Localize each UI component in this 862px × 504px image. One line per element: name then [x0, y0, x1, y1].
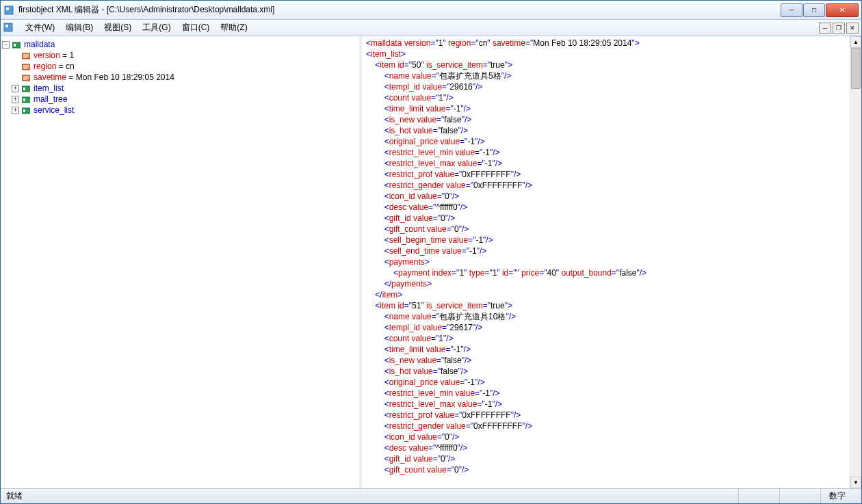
mdi-close-button[interactable]: ✕	[846, 23, 859, 34]
status-cell-1	[738, 489, 779, 503]
xml-line[interactable]: <desc value="^ffffff0"/>	[366, 202, 846, 213]
scroll-up-button[interactable]: ▲	[850, 36, 861, 48]
status-num: 数字	[820, 489, 861, 503]
tree-attr[interactable]: region = cn	[2, 61, 358, 72]
xml-line[interactable]: <original_price value="-1"/>	[366, 136, 846, 147]
xml-line[interactable]: <templ_id value="29616"/>	[366, 81, 846, 92]
xml-line[interactable]: <payments>	[366, 256, 846, 267]
xml-line[interactable]: <restrict_gender value="0xFFFFFFFF"/>	[366, 180, 846, 191]
tree-attr[interactable]: savetime = Mon Feb 10 18:29:05 2014	[2, 72, 358, 83]
xml-line[interactable]: <malldata version="1" region="cn" saveti…	[366, 38, 846, 49]
xml-line[interactable]: <gift_id value="0"/>	[366, 453, 846, 464]
expand-icon[interactable]: +	[12, 107, 19, 114]
mdi-minimize-button[interactable]: ─	[819, 23, 831, 34]
status-ready: 就绪	[1, 490, 738, 502]
xml-line[interactable]: <templ_id value="29617"/>	[366, 322, 846, 333]
mdi-restore-button[interactable]: ❐	[833, 23, 845, 34]
xml-line[interactable]: <item id="50" is_service_item="true">	[366, 59, 846, 70]
scroll-track[interactable]	[850, 48, 861, 477]
vertical-scrollbar[interactable]: ▲ ▼	[850, 36, 861, 488]
svg-rect-23	[23, 109, 25, 112]
xml-line[interactable]: <is_new value="false"/>	[366, 114, 846, 125]
xml-line[interactable]: <gift_id value="0"/>	[366, 213, 846, 224]
content-area: -malldataversion = 1region = cnsavetime …	[1, 36, 861, 488]
xml-line[interactable]: <item id="51" is_service_item="true">	[366, 300, 846, 311]
statusbar: 就绪 数字	[1, 488, 861, 503]
xml-line[interactable]: <gift_count value="0"/>	[366, 224, 846, 235]
attribute-icon	[21, 50, 31, 61]
tree-attr[interactable]: version = 1	[2, 50, 358, 61]
collapse-icon[interactable]: -	[2, 41, 10, 49]
xml-line[interactable]: <item_list>	[366, 49, 846, 59]
xml-line[interactable]: <name value="包裹扩充道具5格"/>	[366, 70, 846, 81]
window-title: firstobject XML 编辑器 - [C:\Users\Administ…	[18, 4, 780, 16]
expand-icon[interactable]: +	[12, 85, 19, 92]
xml-line[interactable]: <is_hot value="false"/>	[366, 366, 846, 377]
svg-rect-1	[6, 8, 9, 10]
xml-line[interactable]: <original_price value="-1"/>	[366, 377, 846, 388]
menu-help[interactable]: 帮助(Z)	[215, 20, 252, 36]
svg-rect-18	[22, 86, 30, 92]
xml-line[interactable]: <icon_id value="0"/>	[366, 432, 846, 442]
menu-window[interactable]: 窗口(C)	[177, 20, 216, 36]
doc-icon	[3, 23, 14, 34]
xml-line[interactable]: <is_hot value="false"/>	[366, 125, 846, 136]
xml-line[interactable]: <restrict_prof value="0xFFFFFFFF"/>	[366, 410, 846, 421]
element-icon	[12, 39, 21, 50]
svg-rect-19	[23, 88, 25, 90]
xml-line[interactable]: <desc value="^ffffff0"/>	[366, 442, 846, 453]
xml-line[interactable]: <restrict_level_min value="-1"/>	[366, 147, 846, 158]
menu-edit[interactable]: 编辑(B)	[60, 20, 99, 36]
tree-child[interactable]: +item_list	[2, 83, 358, 94]
svg-rect-21	[23, 98, 25, 101]
xml-line[interactable]: <icon_id value="0"/>	[366, 191, 846, 202]
minimize-button[interactable]: ─	[781, 3, 802, 17]
maximize-button[interactable]: □	[803, 3, 825, 17]
xml-line[interactable]: <restrict_level_max value="-1"/>	[366, 158, 846, 169]
xml-line[interactable]: <count value="1"/>	[366, 333, 846, 344]
menu-view[interactable]: 视图(S)	[99, 20, 137, 36]
expand-icon[interactable]: +	[12, 96, 19, 103]
svg-rect-3	[5, 25, 8, 27]
xml-line[interactable]: <time_limit value="-1"/>	[366, 103, 846, 114]
xml-line[interactable]: <restrict_gender value="0xFFFFFFFF"/>	[366, 421, 846, 432]
close-button[interactable]: ✕	[826, 3, 859, 17]
titlebar[interactable]: firstobject XML 编辑器 - [C:\Users\Administ…	[1, 1, 861, 20]
svg-rect-22	[22, 108, 30, 114]
xml-line[interactable]: </item>	[366, 289, 846, 300]
xml-source-panel[interactable]: <malldata version="1" region="cn" saveti…	[362, 36, 850, 488]
xml-line[interactable]: <is_new value="false"/>	[366, 355, 846, 366]
menubar: 文件(W) 编辑(B) 视图(S) 工具(G) 窗口(C) 帮助(Z) ─ ❐ …	[1, 20, 861, 36]
tree-child[interactable]: +mall_tree	[2, 94, 358, 105]
mdi-controls: ─ ❐ ✕	[818, 23, 859, 34]
svg-rect-20	[22, 97, 30, 103]
xml-line[interactable]: <payment index="1" type="1" id="" price=…	[366, 267, 846, 278]
xml-line[interactable]: <sell_end_time value="-1"/>	[366, 246, 846, 256]
xml-line[interactable]: <restrict_prof value="0xFFFFFFFF"/>	[366, 169, 846, 180]
app-icon	[3, 5, 14, 16]
element-icon	[21, 94, 31, 105]
attribute-icon	[21, 61, 31, 72]
xml-line[interactable]: <restrict_level_max value="-1"/>	[366, 399, 846, 410]
scroll-thumb[interactable]	[851, 48, 861, 89]
svg-rect-4	[12, 42, 21, 48]
tree-root[interactable]: -malldata	[2, 39, 358, 50]
scroll-down-button[interactable]: ▼	[850, 477, 861, 488]
xml-line[interactable]: <restrict_level_min value="-1"/>	[366, 388, 846, 399]
menu-tools[interactable]: 工具(G)	[137, 20, 176, 36]
xml-line[interactable]: <gift_count value="0"/>	[366, 464, 846, 475]
xml-line[interactable]: </payments>	[366, 278, 846, 289]
svg-rect-5	[14, 44, 16, 47]
xml-line[interactable]: <count value="1"/>	[366, 92, 846, 103]
menu-file[interactable]: 文件(W)	[20, 20, 60, 36]
tree-child[interactable]: +service_list	[2, 105, 358, 116]
tree-panel[interactable]: -malldataversion = 1region = cnsavetime …	[1, 36, 362, 488]
window-controls: ─ □ ✕	[780, 3, 859, 17]
app-window: firstobject XML 编辑器 - [C:\Users\Administ…	[0, 0, 862, 504]
xml-line[interactable]: <name value="包裹扩充道具10格"/>	[366, 311, 846, 322]
xml-line[interactable]: <time_limit value="-1"/>	[366, 344, 846, 355]
xml-line[interactable]: <sell_begin_time value="-1"/>	[366, 235, 846, 246]
element-icon	[21, 83, 31, 94]
attribute-icon	[21, 72, 31, 83]
element-icon	[21, 105, 31, 116]
